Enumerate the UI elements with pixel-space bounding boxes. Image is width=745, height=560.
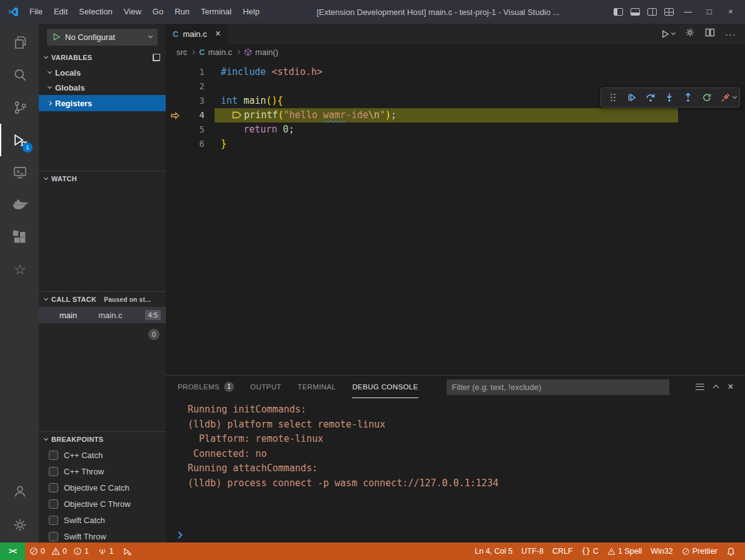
editor-settings-gear-icon[interactable] <box>685 28 695 40</box>
menu-run[interactable]: Run <box>169 0 195 24</box>
remote-explorer-icon[interactable] <box>0 156 39 189</box>
menu-selection[interactable]: Selection <box>73 0 118 24</box>
run-or-debug-button[interactable] <box>661 29 675 39</box>
debug-session-status[interactable] <box>118 542 136 560</box>
variables-scope-registers[interactable]: Registers <box>39 95 166 111</box>
eol-indicator[interactable]: CRLF <box>548 542 577 560</box>
tab-main-c[interactable]: C main.c × <box>166 24 228 44</box>
problems-status[interactable]: 0 0 1 <box>25 542 93 560</box>
formatter-status[interactable]: Prettier <box>677 542 722 560</box>
glyph-margin[interactable] <box>166 65 185 79</box>
close-panel-icon[interactable]: × <box>727 381 734 392</box>
toggle-sidebar-icon[interactable] <box>614 8 623 16</box>
panel-tab-output[interactable]: OUTPUT <box>250 376 281 398</box>
source-control-icon[interactable] <box>0 91 39 124</box>
ports-status[interactable]: 1 <box>93 542 118 560</box>
step-over-icon[interactable] <box>642 89 659 106</box>
language-mode[interactable]: {} C <box>577 542 603 560</box>
toggle-secondary-sidebar-icon[interactable] <box>647 8 657 16</box>
debug-launch-dropdown[interactable]: No Configurat <box>47 29 158 46</box>
spell-checker-status[interactable]: 1 Spell <box>603 542 646 560</box>
variables-scope-globals[interactable]: Globals <box>39 80 166 95</box>
search-icon[interactable] <box>0 59 39 91</box>
start-debug-icon[interactable] <box>53 32 61 41</box>
breakpoint-objective-c-throw[interactable]: Objective C Throw <box>39 496 166 512</box>
platform-indicator[interactable]: Win32 <box>646 542 677 560</box>
cursor-position[interactable]: Ln 4, Col 5 <box>470 542 517 560</box>
call-stack-header[interactable]: CALL STACK Paused on st... <box>39 292 166 307</box>
debug-console-input[interactable] <box>166 528 745 542</box>
current-line-arrow-icon[interactable] <box>166 108 185 122</box>
titlebar: FileEditSelectionViewGoRunTerminalHelp [… <box>0 0 745 24</box>
breakpoint-checkbox[interactable] <box>49 532 58 541</box>
breakpoint-objective-c-catch[interactable]: Objective C Catch <box>39 479 166 496</box>
breadcrumb-file[interactable]: C main.c <box>199 48 232 57</box>
run-and-debug-icon[interactable]: 1 <box>0 124 39 156</box>
star-icon[interactable]: ☆ <box>0 254 39 286</box>
continue-icon[interactable] <box>623 89 640 106</box>
panel-tab-debug-console[interactable]: DEBUG CONSOLE <box>352 376 418 398</box>
disconnect-icon[interactable] <box>717 89 734 106</box>
stack-frame-row[interactable]: main main.c 4:5 <box>39 307 166 323</box>
console-output-options-icon[interactable] <box>696 384 704 390</box>
breadcrumb-folder[interactable]: src <box>176 48 187 57</box>
settings-gear-icon[interactable] <box>0 508 39 542</box>
variables-scope-locals[interactable]: Locals <box>39 65 166 80</box>
panel-tab-problems[interactable]: PROBLEMS1 <box>178 376 234 398</box>
breakpoint-checkbox[interactable] <box>49 451 58 460</box>
breakpoint-swift-throw[interactable]: Swift Throw <box>39 528 166 542</box>
breakpoint-swift-catch[interactable]: Swift Catch <box>39 512 166 528</box>
debug-console-output[interactable]: Running initCommands:(lldb) platform sel… <box>166 398 745 528</box>
code-line-4[interactable]: 4 printf("hello wamr-ide\n"); <box>166 108 745 122</box>
breadcrumb-symbol[interactable]: main() <box>244 48 278 57</box>
close-tab-icon[interactable]: × <box>215 28 221 39</box>
panel-tab-terminal[interactable]: TERMINAL <box>298 376 336 398</box>
watch-header[interactable]: WATCH <box>39 171 166 186</box>
breakpoint-checkbox[interactable] <box>49 499 58 509</box>
tab-bar: C main.c × ··· <box>166 24 745 44</box>
encoding-indicator[interactable]: UTF-8 <box>517 542 547 560</box>
minimize-button[interactable]: — <box>679 0 697 24</box>
toolbar-drag-handle[interactable] <box>604 89 621 106</box>
menu-go[interactable]: Go <box>147 0 169 24</box>
maximize-panel-icon[interactable] <box>713 385 719 391</box>
close-button[interactable]: × <box>721 0 740 24</box>
accounts-icon[interactable] <box>0 475 39 508</box>
breakpoint-checkbox[interactable] <box>49 483 58 492</box>
explorer-icon[interactable] <box>0 26 39 59</box>
menu-file[interactable]: File <box>24 0 48 24</box>
breakpoint-checkbox[interactable] <box>49 516 58 525</box>
docker-icon[interactable] <box>0 189 39 221</box>
code-editor[interactable]: 1#include <stdio.h>23int main(){4 printf… <box>166 60 745 375</box>
glyph-margin[interactable] <box>166 122 185 137</box>
customize-layout-icon[interactable] <box>664 8 674 16</box>
code-line-1[interactable]: 1#include <stdio.h> <box>166 65 745 79</box>
menu-view[interactable]: View <box>118 0 147 24</box>
menu-help[interactable]: Help <box>237 0 265 24</box>
console-filter-input[interactable] <box>447 379 669 395</box>
split-editor-icon[interactable] <box>705 28 715 40</box>
variables-header[interactable]: VARIABLES <box>39 50 166 65</box>
breakpoint-c-catch[interactable]: C++ Catch <box>39 447 166 463</box>
more-actions-icon[interactable]: ··· <box>725 29 736 39</box>
breakpoint-c-throw[interactable]: C++ Throw <box>39 463 166 479</box>
glyph-margin[interactable] <box>166 94 185 108</box>
breakpoints-header[interactable]: BREAKPOINTS <box>39 432 166 447</box>
step-out-icon[interactable] <box>679 89 696 106</box>
menu-terminal[interactable]: Terminal <box>195 0 237 24</box>
code-line-6[interactable]: 6} <box>166 137 745 151</box>
code-line-5[interactable]: 5 return 0; <box>166 122 745 137</box>
extensions-icon[interactable] <box>0 221 39 254</box>
step-into-icon[interactable] <box>661 89 677 106</box>
notifications-bell-icon[interactable] <box>722 542 740 560</box>
glyph-margin[interactable] <box>166 137 185 151</box>
toggle-panel-icon[interactable] <box>631 8 640 16</box>
breakpoint-checkbox[interactable] <box>49 467 58 476</box>
maximize-button[interactable]: □ <box>700 0 719 24</box>
warning-icon <box>607 548 616 556</box>
restart-icon[interactable] <box>698 89 715 106</box>
menu-edit[interactable]: Edit <box>48 0 73 24</box>
remote-indicator[interactable]: >< <box>0 542 25 560</box>
glyph-margin[interactable] <box>166 79 185 94</box>
collapse-all-icon[interactable] <box>153 54 160 61</box>
